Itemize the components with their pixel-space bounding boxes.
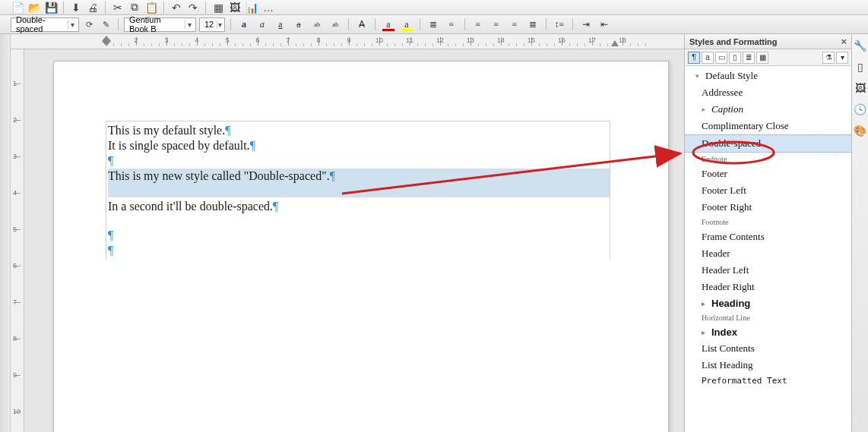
align-right-button[interactable]: ≡ <box>507 17 522 32</box>
italic-button[interactable]: a <box>255 17 270 32</box>
left-gutter <box>0 34 11 432</box>
new-doc-icon[interactable]: 📄 <box>11 1 24 14</box>
align-left-button[interactable]: ≡ <box>470 17 486 32</box>
subscript-button[interactable]: ab <box>328 17 343 32</box>
decrease-indent-button[interactable]: ⇤ <box>597 17 612 32</box>
toolbar-more-icon[interactable]: … <box>261 1 275 14</box>
style-item-header-left[interactable]: Header Left <box>685 262 851 279</box>
style-item-footer[interactable]: Footer <box>685 166 851 182</box>
open-icon[interactable]: 📂 <box>27 1 41 14</box>
page-styles-button[interactable]: ▯ <box>729 52 741 64</box>
vertical-ruler[interactable]: 12345678910 <box>11 49 24 432</box>
paragraph-styles-button[interactable]: ¶ <box>688 52 700 64</box>
paste-icon[interactable]: 📋 <box>144 1 158 14</box>
list-styles-button[interactable]: ≣ <box>743 52 755 64</box>
superscript-button[interactable]: ab <box>309 17 325 32</box>
save-icon[interactable]: 💾 <box>44 1 58 14</box>
new-style-icon[interactable]: ✎ <box>99 17 112 31</box>
wrench-icon[interactable]: 🔧 <box>854 39 867 52</box>
doc-line[interactable]: In a second it'll be double-spaced.¶ <box>108 199 608 214</box>
document-canvas[interactable]: This is my default style.¶ It is single … <box>24 49 684 432</box>
text-frame[interactable]: This is my default style.¶ It is single … <box>106 121 610 260</box>
font-size-combo[interactable]: 12 ▾ <box>199 17 225 32</box>
print-icon[interactable]: 🖨 <box>86 1 100 14</box>
navigator-icon[interactable]: 🕓 <box>854 102 867 116</box>
doc-line-selected-empty[interactable] <box>108 184 608 199</box>
style-item-double-spaced[interactable]: Double-spaced <box>685 134 851 153</box>
fill-format-button[interactable]: ⚗ <box>822 52 835 64</box>
style-item-header-right[interactable]: Header Right <box>685 279 851 295</box>
align-center-button[interactable]: ≡ <box>489 17 504 32</box>
page-icon[interactable]: ▯ <box>854 60 867 74</box>
update-style-icon[interactable]: ⟳ <box>82 17 96 31</box>
chevron-down-icon: ▾ <box>217 20 223 29</box>
align-justify-button[interactable]: ≣ <box>525 17 540 32</box>
cut-icon[interactable]: ✂ <box>111 1 125 14</box>
doc-line[interactable]: It is single spaced by default.¶ <box>108 138 608 153</box>
style-item-complimentary[interactable]: Complimentary Close <box>685 118 851 134</box>
bullets-button[interactable]: ≣ <box>426 17 441 32</box>
page: This is my default style.¶ It is single … <box>53 61 669 432</box>
style-item-horizontal-line[interactable]: Horizontal Line <box>685 311 851 324</box>
copy-icon[interactable]: ⧉ <box>128 1 141 14</box>
strike-button[interactable]: a <box>291 17 306 32</box>
formatting-toolbar: Double-spaced ▾ ⟳ ✎ Gentium Book B ▾ 12 … <box>0 15 868 34</box>
right-icon-rail: 🔧 ▯ 🖼 🕓 🎨 <box>851 34 868 432</box>
line-spacing-button[interactable]: ↕≡ <box>552 17 567 32</box>
styles-sidebar: Styles and Formatting × ¶ a ▭ ▯ ≣ ▦ ⚗ ▾ … <box>684 34 851 432</box>
style-item-preformatted[interactable]: Preformatted Text <box>685 374 851 388</box>
style-item-caption[interactable]: ▸Caption <box>685 101 851 118</box>
increase-indent-button[interactable]: ⇥ <box>578 17 594 32</box>
style-item-endnote[interactable]: Endnote <box>685 153 851 166</box>
highlight-button[interactable]: a <box>399 17 414 32</box>
new-style-from-sel-button[interactable]: ▾ <box>836 52 848 64</box>
undo-icon[interactable]: ↶ <box>169 1 183 14</box>
table-styles-button[interactable]: ▦ <box>756 52 768 64</box>
style-item-footer-left[interactable]: Footer Left <box>685 182 851 199</box>
styles-list[interactable]: ▾Default Style Addressee ▸Caption Compli… <box>685 66 851 432</box>
style-item-footnote[interactable]: Footnote <box>685 216 851 229</box>
style-item-default[interactable]: ▾Default Style <box>685 68 851 84</box>
close-icon[interactable]: × <box>841 36 847 47</box>
sidebar-toolbar: ¶ a ▭ ▯ ≣ ▦ ⚗ ▾ <box>685 49 851 66</box>
redo-icon[interactable]: ↷ <box>186 1 200 14</box>
underline-button[interactable]: a <box>273 17 288 32</box>
horizontal-ruler[interactable]: 123456789101112131415161718 <box>11 34 684 49</box>
bold-button[interactable]: a <box>236 17 252 32</box>
style-item-list-contents[interactable]: List Contents <box>685 340 851 357</box>
character-styles-button[interactable]: a <box>702 52 714 64</box>
table-icon[interactable]: ▦ <box>211 1 225 14</box>
main-toolbar: 📄 📂 💾 ⬇ 🖨 ✂ ⧉ 📋 ↶ ↷ ▦ 🖼 📊 … <box>0 0 868 15</box>
doc-line[interactable]: This is my default style.¶ <box>108 123 608 138</box>
sidebar-header: Styles and Formatting × <box>685 34 851 49</box>
style-item-addressee[interactable]: Addressee <box>685 84 851 101</box>
font-name-value: Gentium Book B <box>129 15 182 33</box>
styles-rail-icon[interactable]: 🎨 <box>854 124 867 137</box>
export-pdf-icon[interactable]: ⬇ <box>69 1 83 14</box>
font-color-button[interactable]: a <box>381 17 396 32</box>
numbering-button[interactable]: ≡ <box>444 17 459 32</box>
chevron-down-icon: ▾ <box>68 20 77 29</box>
style-item-heading[interactable]: ▸Heading <box>685 295 851 311</box>
doc-line-selected[interactable]: This is my new style called "Double-spac… <box>108 169 608 184</box>
image-icon[interactable]: 🖼 <box>228 1 242 14</box>
style-item-index[interactable]: ▸Index <box>685 324 851 340</box>
svg-marker-1 <box>611 40 619 46</box>
chevron-down-icon: ▾ <box>185 20 194 29</box>
paragraph-style-value: Double-spaced <box>16 15 65 33</box>
clear-format-button[interactable]: A̶ <box>354 17 369 32</box>
sidebar-title: Styles and Formatting <box>689 37 778 46</box>
doc-line[interactable]: ¶ <box>108 228 608 243</box>
style-item-header[interactable]: Header <box>685 245 851 262</box>
doc-line[interactable]: ¶ <box>108 153 608 169</box>
gallery-icon[interactable]: 🖼 <box>854 81 867 95</box>
chart-icon[interactable]: 📊 <box>245 1 258 14</box>
style-item-list-heading[interactable]: List Heading <box>685 357 851 374</box>
paragraph-style-combo[interactable]: Double-spaced ▾ <box>11 17 79 32</box>
style-item-footer-right[interactable]: Footer Right <box>685 199 851 216</box>
indent-marker-right[interactable] <box>611 36 619 46</box>
style-item-frame-contents[interactable]: Frame Contents <box>685 229 851 245</box>
font-name-combo[interactable]: Gentium Book B ▾ <box>124 17 196 32</box>
doc-line[interactable]: ¶ <box>108 243 608 258</box>
frame-styles-button[interactable]: ▭ <box>715 52 727 64</box>
